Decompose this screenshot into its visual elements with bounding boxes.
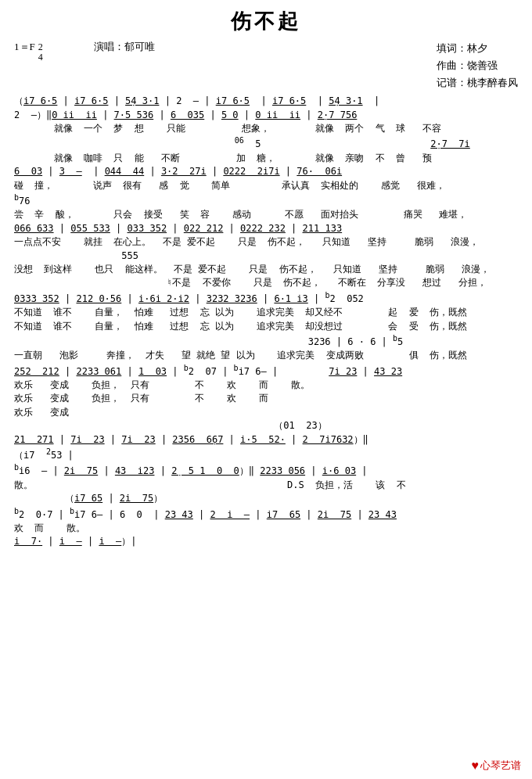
performer-info: 演唱：郁可唯 xyxy=(94,40,155,54)
lyric-9: 欢 而 散。 xyxy=(14,522,518,535)
lyric-4: 一点点不安 就挂 在心上。 不是 爱不起 只是 伤不起， 只知道 坚持 脆弱 浪… xyxy=(14,235,518,249)
lyrics-by: 填词：林夕 xyxy=(437,40,518,57)
key-label: 1＝F xyxy=(14,40,35,54)
score-line-7: 21 271 | 7i̇ 23 | 7i̇ 23 | 2356 6̣67 | i… xyxy=(14,433,518,447)
meta-left: 1＝F 2 4 演唱：郁可唯 xyxy=(14,40,155,63)
lyric-6b: 欢乐 变成 负担， 只有 不 欢 而 xyxy=(14,392,518,405)
song-title: 伤不起 xyxy=(14,8,518,35)
lyric-3: 碰 撞， 说声 很有 感 觉 简单 承认真 实相处的 感觉 很难， xyxy=(14,179,518,192)
score-line-9b: b2 0·7 | bi̇7 6— | 6 0 | 23 43 | 2 i̇ — … xyxy=(14,506,518,522)
lyric-6a: 欢乐 变成 负担， 只有 不 欢 而 散。 xyxy=(14,379,518,392)
lyric-2: 就像 一个 梦 想 只能 想象， 就像 两个 气 球 不容 xyxy=(14,122,518,135)
score-line-5: 0333 352 | 212 0·56 | i̇·6i̇ 2·i̇2 | 323… xyxy=(14,290,518,306)
meta-right: 填词：林夕 作曲：饶善强 记谱：桃李醉春风 xyxy=(437,40,518,92)
time-sig: 2 4 xyxy=(38,42,43,63)
score-extra-6: （01 23） xyxy=(14,419,518,433)
score-line-1: （i̇7 6·5 | i̇7 6·5 | 5̣4 3·1 | 2 — | i̇7… xyxy=(14,95,518,108)
score-line-4b: 555 xyxy=(14,249,518,263)
score: （i̇7 6·5 | i̇7 6·5 | 5̣4 3·1 | 2 — | i̇7… xyxy=(14,95,518,549)
watermark-text: 心琴艺谱 xyxy=(480,759,521,773)
performer: 郁可唯 xyxy=(124,41,155,52)
score-line-10: i̇ 7· | i̇ — | i̇ —）| xyxy=(14,535,518,548)
score-line-6: 252 212 | 2233 061 | 1 03 | b2 07 | bi̇7… xyxy=(14,363,518,379)
performer-label: 演唱： xyxy=(94,41,124,52)
lyric-4b: 没想 到这样 也只 能这样。 不是 爱不起 只是 伤不起， 只知道 坚持 脆弱 … xyxy=(14,263,518,276)
score-line-2: 2 —）‖0 i̇i̇ i̇i̇ | 7·5 536 | 6 035 | 5 0… xyxy=(14,109,518,122)
score-line-9: （i̇7 65 | 2i̇ 75） xyxy=(14,492,518,505)
heart-icon: ♥ xyxy=(472,759,480,773)
lyric-8: 散。 D.S 负担，活 该 不 xyxy=(14,479,518,492)
notation-by: 记谱：桃李醉春风 xyxy=(437,74,518,92)
time-den: 4 xyxy=(38,52,43,63)
score-line-7b: （i̇7 253 | xyxy=(14,447,518,462)
score-line-4: 066 633 | 055 533 | 033 352 | 022 212 | … xyxy=(14,222,518,235)
score-line-3b: b76 xyxy=(14,192,518,208)
lyric-2b: 就像 咖啡 只 能 不断 加 糖， 就像 亲吻 不 曾 预 xyxy=(14,152,518,165)
lyric-5b: 不知道 谁不 自量， 怕难 过想 忘 以为 追求完美 却没想过 会 受 伤，既然 xyxy=(14,320,518,333)
lyric-3b: 尝 辛 酸， 只会 接受 笑 容 感动 不愿 面对抬头 痛哭 难堪， xyxy=(14,208,518,221)
lyric-5c: 一直朝 泡影 奔撞， 才失 望 就绝 望 以为 追求完美 变成两败 俱 伤，既然 xyxy=(14,349,518,362)
page: 伤不起 1＝F 2 4 演唱：郁可唯 填词：林夕 作曲：饶善强 记谱：桃李醉春风 xyxy=(0,0,532,779)
watermark: ♥ 心琴艺谱 xyxy=(472,759,522,773)
meta-row: 1＝F 2 4 演唱：郁可唯 填词：林夕 作曲：饶善强 记谱：桃李醉春风 xyxy=(14,40,518,92)
lyric-4c: ♮不是 不爱你 只是 伤不起， 不断在 分享没 想过 分担， xyxy=(14,276,518,289)
lyric-5: 不知道 谁不 自量， 怕难 过想 忘 以为 追求完美 却又经不 起 爱 伤，既然 xyxy=(14,306,518,319)
score-line-8: bi̇6 — | 2i̇ 75 | 43 i̇23 | 2̣ 5 1 0 0）‖… xyxy=(14,462,518,478)
lyric-6c: 欢乐 变成 xyxy=(14,406,518,419)
score-line-2b: 06 5 2̣·7 7i̇ xyxy=(14,135,518,151)
score-line-3: 6 03 | 3 — | 044 44 | 3·2 27i̇ | 0222 2i… xyxy=(14,165,518,178)
score-line-5c: 3236 | 6 · 6 | b5 xyxy=(14,333,518,349)
music-by: 作曲：饶善强 xyxy=(437,57,518,74)
